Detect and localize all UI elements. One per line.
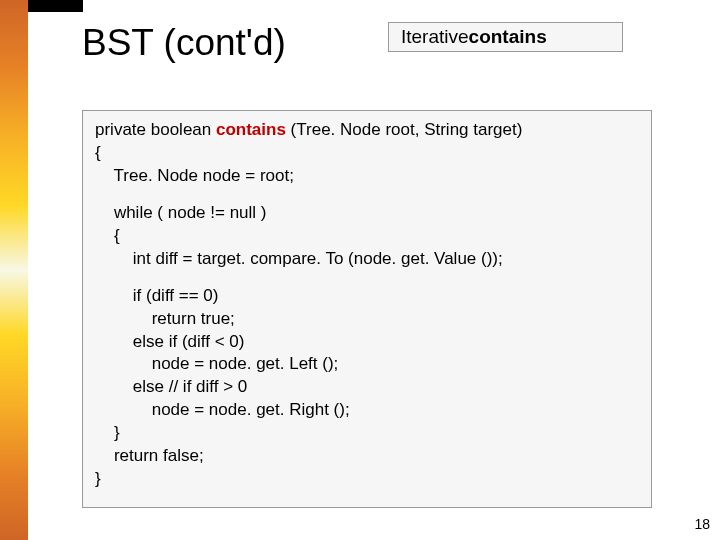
sig-pre: private boolean [95,120,216,139]
sig-post: (Tree. Node root, String target) [286,120,523,139]
corner-bar [28,0,83,12]
code-line: int diff = target. compare. To (node. ge… [95,248,641,271]
code-line: } [95,468,641,491]
label-box: Iterative contains [388,22,623,52]
label-bold: contains [469,26,547,48]
code-line: } [95,422,641,445]
code-line: node = node. get. Left (); [95,353,641,376]
code-line: return true; [95,308,641,331]
label-prefix: Iterative [401,26,469,48]
code-line: Tree. Node node = root; [95,165,641,188]
code-line: return false; [95,445,641,468]
code-line: if (diff == 0) [95,285,641,308]
gradient-strip [0,0,28,540]
sig-red: contains [216,120,286,139]
code-line: while ( node != null ) [95,202,641,225]
code-line: else if (diff < 0) [95,331,641,354]
slide-title: BST (cont'd) [82,22,286,64]
page-number: 18 [694,516,710,532]
code-block: private boolean contains (Tree. Node roo… [82,110,652,508]
code-line: { [95,142,641,165]
code-line: { [95,225,641,248]
code-signature: private boolean contains (Tree. Node roo… [95,119,641,142]
code-line: node = node. get. Right (); [95,399,641,422]
code-line: else // if diff > 0 [95,376,641,399]
